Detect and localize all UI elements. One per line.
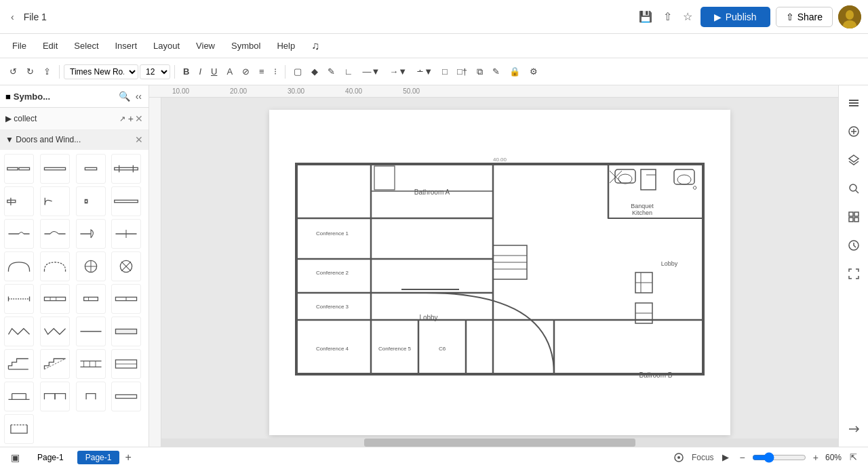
font-family-select[interactable]: Times New Ro... (64, 64, 138, 79)
align-button[interactable] (842, 417, 866, 441)
indent-button[interactable]: ⁝ (270, 64, 281, 79)
menu-help[interactable]: Help (270, 38, 302, 54)
clear-button[interactable]: ⇪ (39, 64, 55, 79)
play-button[interactable]: ▶ (718, 449, 733, 465)
symbol-door-8[interactable] (111, 186, 141, 216)
symbol-door-3[interactable] (76, 154, 106, 184)
canvas-page[interactable]: Banquet Kitchen Lobby Bathroom A Confere… (269, 110, 730, 435)
data-button[interactable] (842, 119, 866, 144)
line-style-button[interactable]: —▼ (358, 64, 384, 79)
focus-toggle-button[interactable] (670, 450, 688, 465)
menu-symbol[interactable]: Symbol (224, 38, 267, 54)
symbol-swing-1[interactable] (4, 219, 34, 249)
symbol-slide-1[interactable] (4, 284, 34, 314)
fullscreen-button[interactable] (842, 262, 866, 286)
search-panel-button[interactable]: 🔍 (117, 89, 132, 103)
symbol-rail-1[interactable] (76, 349, 106, 379)
group-doors-windows[interactable]: ▼ Doors and Wind... ✕ (0, 130, 149, 150)
symbol-rail-2[interactable] (111, 349, 141, 379)
page-1-tab[interactable]: Page-1 (29, 451, 72, 464)
share-button[interactable]: ⇧ Share (776, 7, 833, 27)
layout-toggle-button[interactable]: ▣ (7, 449, 24, 466)
symbol-door-4[interactable] (111, 154, 141, 184)
share-icon[interactable]: ⇧ (660, 7, 675, 26)
zoom-out-button[interactable]: − (737, 451, 748, 464)
avatar[interactable] (838, 5, 861, 28)
page-1-active-tab[interactable]: Page-1 (77, 451, 120, 464)
symbol-stair-1[interactable] (4, 349, 34, 379)
expand-button[interactable]: ⧉ (473, 64, 487, 80)
collapse-panel-button[interactable]: ‹‹ (134, 89, 143, 103)
history-button[interactable] (842, 233, 866, 258)
zoom-slider[interactable] (752, 452, 806, 463)
symbol-gate-1[interactable] (4, 382, 34, 411)
underline-button[interactable]: U (207, 64, 221, 79)
connector-button[interactable]: ∟ (340, 64, 357, 79)
horizontal-scrollbar[interactable] (161, 439, 838, 447)
symbol-gate-2[interactable] (40, 382, 70, 411)
edit-button[interactable]: ✎ (488, 64, 504, 79)
menu-insert[interactable]: Insert (108, 38, 144, 54)
group-collect-open[interactable]: ↗ (118, 113, 127, 125)
save-button[interactable]: 💾 (636, 7, 655, 26)
zoom-fit-button[interactable]: ⇱ (846, 449, 861, 465)
symbol-zigzag-1[interactable] (4, 317, 34, 346)
undo-button[interactable]: ↺ (5, 64, 21, 79)
properties-button[interactable] (842, 91, 866, 115)
arrow-button[interactable]: →▼ (385, 64, 411, 79)
menu-edit[interactable]: Edit (36, 38, 64, 54)
waypoints-button[interactable]: ∸▼ (412, 64, 437, 79)
clear-format-button[interactable]: ⊘ (238, 64, 254, 79)
group-collect-close[interactable]: ✕ (135, 113, 143, 124)
symbol-gate-3[interactable] (76, 382, 106, 411)
menu-select[interactable]: Select (67, 38, 105, 54)
group-collect[interactable]: ▶ collect ↗ + ✕ (0, 108, 149, 130)
shadow-button[interactable]: □ (438, 64, 452, 79)
text-box-button[interactable]: ▢ (290, 64, 306, 79)
symbol-dash-2[interactable] (111, 317, 141, 346)
group-doors-close[interactable]: ✕ (135, 134, 143, 145)
symbol-door-6[interactable] (40, 186, 70, 216)
fill-button[interactable]: ◆ (307, 64, 322, 79)
symbol-door-2[interactable] (40, 154, 70, 184)
symbol-dash-1[interactable] (76, 317, 106, 346)
align-center-button[interactable]: ≡ (255, 64, 269, 79)
symbol-bracket-1[interactable] (4, 414, 34, 444)
grid-button[interactable] (842, 205, 866, 229)
group-collect-add[interactable]: + (127, 112, 135, 125)
symbol-slide-2[interactable] (40, 284, 70, 314)
more-button[interactable]: ⚙ (526, 64, 542, 79)
canvas-area[interactable]: 10.00 20.00 30.00 40.00 50.00 (149, 85, 838, 447)
symbol-door-7[interactable] (76, 186, 106, 216)
symbol-slide-4[interactable] (111, 284, 141, 314)
italic-button[interactable]: I (195, 64, 205, 79)
symbol-swing-4[interactable] (111, 219, 141, 249)
back-button[interactable]: ‹ (7, 9, 18, 25)
symbol-circle-1[interactable] (76, 251, 106, 281)
symbol-swing-3[interactable] (76, 219, 106, 249)
symbol-dash-3[interactable] (111, 382, 141, 411)
font-size-select[interactable]: 12 (140, 64, 170, 79)
symbol-x-circle[interactable] (111, 251, 141, 281)
publish-button[interactable]: ▶ Publish (701, 7, 770, 27)
bold-button[interactable]: B (179, 64, 193, 79)
layers-button[interactable] (842, 148, 866, 172)
symbol-slide-3[interactable] (76, 284, 106, 314)
redo-button[interactable]: ↻ (22, 64, 38, 79)
symbol-stair-2[interactable] (40, 349, 70, 379)
font-color-button[interactable]: A (222, 64, 237, 79)
symbol-swing-2[interactable] (40, 219, 70, 249)
menu-file[interactable]: File (5, 38, 33, 54)
menu-layout[interactable]: Layout (146, 38, 186, 54)
menu-extra[interactable]: ♫ (304, 37, 326, 55)
zoom-in-button[interactable]: + (810, 451, 821, 464)
lock-button[interactable]: 🔒 (505, 64, 524, 79)
star-icon[interactable]: ☆ (680, 7, 695, 26)
symbol-door-1[interactable] (4, 154, 34, 184)
symbol-zigzag-2[interactable] (40, 317, 70, 346)
pen-button[interactable]: ✎ (323, 64, 339, 79)
symbol-arch-1[interactable] (4, 251, 34, 281)
search-button[interactable] (842, 176, 866, 201)
symbol-arch-2[interactable] (40, 251, 70, 281)
add-page-button[interactable]: + (125, 451, 131, 464)
